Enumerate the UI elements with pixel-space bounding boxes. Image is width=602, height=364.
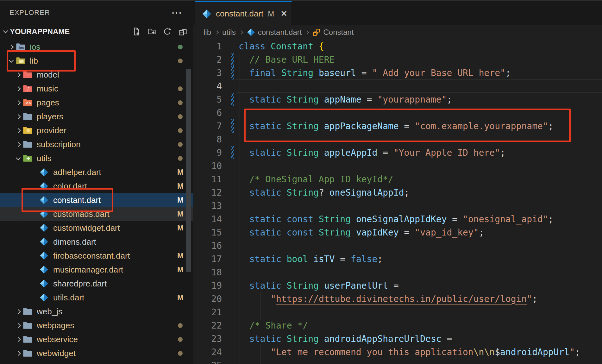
code-line-21[interactable]: 21 [193,305,602,319]
breadcrumb-item-Constant[interactable]: Constant [313,28,354,37]
tree-folder-webpages[interactable]: webpages [0,318,193,332]
line-number: 3 [193,68,222,78]
code-line-23[interactable]: 23 static String androidAppShareUrlDesc … [193,332,602,345]
sidebar-scrollbar[interactable] [186,69,191,272]
breadcrumb-item-utils[interactable]: utils [222,28,236,37]
code-line-5[interactable]: 5 static String appName = "yourappname"; [193,93,602,106]
code-text: // Base URL HERE [237,54,335,65]
code-editor[interactable]: 1class Constant {2 // Base URL HERE3 fin… [193,39,602,364]
close-icon[interactable]: ✕ [280,9,287,19]
code-line-16[interactable]: 16 [193,239,602,252]
code-line-1[interactable]: 1class Constant { [193,40,602,53]
tree-item-label: adhelper.dart [53,167,101,177]
tree-folder-lib[interactable]: lib [0,54,193,68]
code-text: /* OneSignal App ID keyId*/ [237,174,393,185]
code-line-4[interactable]: 4 [193,79,602,93]
line-number: 14 [193,214,222,224]
code-line-24[interactable]: 24 "Let me recommend you this applicatio… [193,345,602,359]
code-line-9[interactable]: 9 static String appleAppId = "Your Apple… [193,146,602,159]
tree-file-constant.dart[interactable]: constant.dartM [0,193,193,207]
dart-file-icon [202,9,211,19]
tree-folder-music[interactable]: ♪music [0,82,193,96]
code-line-22[interactable]: 22 /* Share */ [193,319,602,332]
indent-guide [240,305,240,319]
collapse-all-button[interactable] [179,27,187,36]
git-modified-dot [178,142,183,147]
chevron-right-icon [14,324,22,327]
gutter [222,106,237,119]
gutter [222,332,237,345]
code-line-2[interactable]: 2 // Base URL HERE [193,53,602,66]
chevron-right-icon [14,129,22,132]
line-number: 22 [193,320,222,331]
git-modified-dot [178,128,183,133]
code-line-25[interactable]: 25 [193,359,602,364]
code-line-15[interactable]: 15 static const String vapIdKey = "vap_i… [193,226,602,239]
code-line-10[interactable]: 10 [193,159,602,173]
folder-model-icon: ≡ [22,71,33,79]
line-number: 21 [193,307,222,317]
git-modified-dot [178,337,183,342]
dart-file-icon [39,223,49,232]
explorer-title: EXPLORER [9,9,50,17]
section-header-yourappname[interactable]: YOURAPPNAME [0,24,193,39]
code-line-19[interactable]: 19 static String userPanelUrl = [193,279,602,292]
indent-guide [240,79,240,93]
line-number: 4 [193,81,222,91]
line-number: 2 [193,54,222,65]
tree-item-label: subscription [37,140,81,149]
tree-folder-partial[interactable] [0,360,193,364]
code-line-12[interactable]: 12 static String? oneSignalAppId; [193,186,602,199]
new-folder-button[interactable] [147,27,156,36]
gutter [222,53,237,66]
tree-folder-provider[interactable]: ⚙provider [0,123,193,137]
tree-folder-webwidget[interactable]: webwidget [0,346,193,360]
tree-file-customads.dart[interactable]: customads.dartM [0,207,193,221]
gutter [222,212,237,226]
more-actions-icon[interactable]: ⋯ [171,9,182,16]
tree-file-dimens.dart[interactable]: dimens.dart [0,235,193,249]
line-number: 6 [193,108,222,118]
tree-folder-model[interactable]: ≡model [0,68,193,82]
breadcrumb-item-constant.dart[interactable]: constant.dart [247,28,302,37]
tree-folder-ios[interactable]: iosios [0,40,193,54]
code-line-8[interactable]: 8 [193,133,602,146]
tree-file-customwidget.dart[interactable]: customwidget.dartM [0,221,193,235]
dart-file-icon [39,182,49,191]
tree-file-musicmanager.dart[interactable]: musicmanager.dartM [0,263,193,277]
tree-file-utils.dart[interactable]: utils.dartM [0,291,193,304]
code-line-18[interactable]: 18 [193,266,602,279]
code-line-7[interactable]: 7 static String appPackageName = "com.ex… [193,119,602,133]
code-line-13[interactable]: 13 [193,199,602,212]
indent-guide [260,305,260,319]
tree-item-label: model [37,70,59,80]
tree-folder-utils[interactable]: ✚utils [0,151,193,165]
tree-folder-subscription[interactable]: subscription [0,137,193,151]
refresh-button[interactable] [163,27,172,36]
tree-file-adhelper.dart[interactable]: adhelper.dartM [0,165,193,179]
tree-item-label: web_js [37,307,62,317]
new-file-button[interactable] [132,27,141,36]
gutter [222,173,237,186]
code-line-3[interactable]: 3 final String baseurl = " Add your Base… [193,66,602,79]
tree-folder-players[interactable]: players [0,110,193,123]
gutter [222,252,237,266]
new-file-icon [132,27,141,36]
tree-folder-webservice[interactable]: webservice [0,332,193,346]
code-text: static String appPackageName = "com.exam… [237,121,554,131]
code-line-6[interactable]: 6 [193,106,602,119]
indent-guide [250,305,250,319]
tree-folder-pages[interactable]: <>pages [0,96,193,110]
gutter [222,79,237,93]
tree-file-firebaseconstant.dart[interactable]: firebaseconstant.dartM [0,249,193,263]
tree-folder-web_js[interactable]: web_js [0,304,193,318]
tab-constant-dart[interactable]: constant.dart M ✕ [195,1,292,25]
code-line-14[interactable]: 14 static const String oneSignalAppIdKey… [193,212,602,226]
breadcrumb-item-lib[interactable]: lib [204,28,211,37]
code-line-17[interactable]: 17 static bool isTV = false; [193,252,602,266]
gutter [222,279,237,292]
tree-file-color.dart[interactable]: color.dartM [0,179,193,193]
code-line-20[interactable]: 20 "https://dttube.divinetechs.in/public… [193,292,602,305]
code-line-11[interactable]: 11 /* OneSignal App ID keyId*/ [193,173,602,186]
tree-file-sharedpre.dart[interactable]: sharedpre.dart [0,277,193,291]
